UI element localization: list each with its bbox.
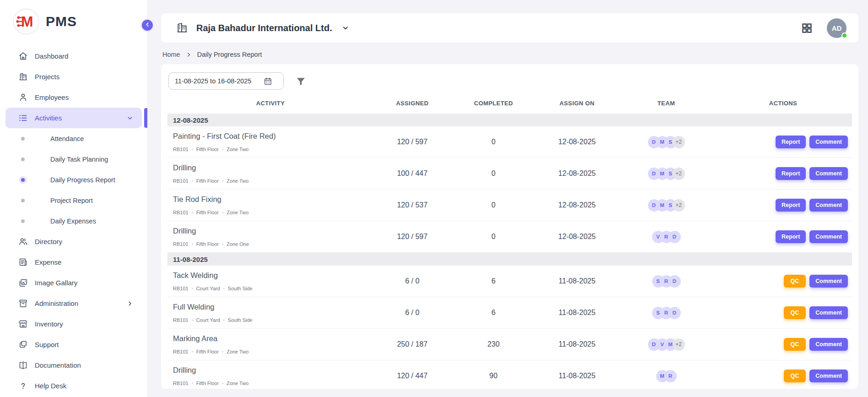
assign-on-date: 11-08-2025 — [536, 309, 618, 317]
comment-button[interactable]: Comment — [809, 306, 848, 319]
app-title: PMS — [46, 14, 77, 29]
sidebar-subitem-daily-progress-report[interactable]: Daily Progress Report — [0, 169, 147, 190]
breadcrumb-home[interactable]: Home — [162, 51, 180, 58]
date-range-picker[interactable] — [168, 72, 284, 90]
location-segment: RB101 — [173, 178, 189, 184]
qc-button[interactable]: QC — [784, 370, 806, 382]
comment-button[interactable]: Comment — [809, 275, 848, 288]
location-segment: RB101 — [173, 286, 189, 291]
qc-button[interactable]: QC — [784, 275, 806, 288]
sidebar-subitem-daily-task-planning[interactable]: Daily Task Planning — [0, 149, 147, 169]
sidebar-subitem-label: Project Report — [50, 197, 93, 204]
chevron-separator: › — [192, 381, 193, 386]
sidebar-item-label: Help Desk — [35, 382, 66, 390]
activity-cell: DrillingRB101›Fifth Floor›Zone Two — [167, 163, 373, 184]
activity-location: RB101›Fifth Floor›Zone One — [173, 241, 373, 247]
activity-location: RB101›Fifth Floor›Zone Two — [173, 349, 373, 354]
breadcrumb-current: Daily Progress Report — [197, 51, 262, 58]
sidebar-item-directory[interactable]: Directory — [0, 231, 147, 252]
date-range-input[interactable] — [175, 77, 261, 85]
report-button[interactable]: Report — [776, 230, 806, 243]
sidebar-item-label: Projects — [35, 73, 59, 81]
report-button[interactable]: Report — [776, 199, 806, 212]
comment-button[interactable]: Comment — [809, 338, 848, 351]
sidebar-item-image-gallary[interactable]: Image Gallary — [0, 272, 147, 293]
chevron-right-icon — [186, 52, 192, 58]
sidebar-subitem-attendance[interactable]: Attendance — [0, 128, 147, 149]
completed-value: 90 — [451, 372, 536, 380]
table-row: DrillingRB101›Fifth Floor›Zone Two120 / … — [167, 360, 852, 389]
user-avatar[interactable]: AD — [827, 18, 846, 38]
team-avatars: SRD — [618, 275, 714, 288]
activity-title: Drilling — [173, 163, 373, 172]
completed-value: 6 — [451, 277, 536, 285]
sidebar-subitem-project-report[interactable]: Project Report — [0, 190, 147, 211]
apps-grid-icon[interactable] — [801, 22, 813, 34]
row-actions: QCComment — [714, 370, 852, 382]
chevron-down-icon — [341, 24, 350, 32]
comment-button[interactable]: Comment — [809, 136, 848, 148]
assigned-value: 120 / 597 — [373, 233, 451, 241]
chevron-left-icon — [144, 21, 151, 30]
table-row: Marking AreaRB101›Fifth Floor›Zone Two25… — [167, 329, 852, 360]
completed-value: 230 — [451, 340, 536, 348]
sidebar-item-administration[interactable]: Administration — [0, 293, 147, 314]
report-button[interactable]: Report — [776, 136, 806, 148]
sidebar-subitem-label: Attendance — [50, 135, 84, 142]
filter-funnel-icon[interactable] — [296, 76, 306, 87]
location-segment: Court Yard — [196, 286, 220, 291]
sidebar-item-help-desk[interactable]: Help Desk — [0, 375, 147, 396]
qc-button[interactable]: QC — [784, 338, 806, 351]
svg-text:M: M — [21, 13, 33, 30]
team-avatars: MR — [618, 370, 714, 382]
activity-title: Drilling — [173, 366, 373, 375]
sidebar-item-label: Documentation — [35, 361, 81, 369]
comment-button[interactable]: Comment — [809, 199, 848, 212]
location-segment: RB101 — [173, 349, 189, 354]
sidebar-item-documentation[interactable]: Documentation — [0, 355, 147, 375]
location-segment: Zone Two — [226, 381, 248, 386]
report-button[interactable]: Report — [776, 167, 806, 180]
location-segment: RB101 — [173, 210, 189, 215]
chevron-separator: › — [192, 286, 193, 291]
location-segment: RB101 — [173, 241, 189, 247]
sidebar-collapse-button[interactable] — [140, 18, 154, 32]
team-member-badge: D — [669, 231, 681, 243]
activity-title: Painting - First Coat (Fire Red) — [173, 132, 373, 141]
team-extra-badge: +2 — [673, 136, 685, 148]
sidebar: M PMS DashboardProjectsEmployeesActiviti… — [0, 0, 148, 397]
sidebar-subitem-daily-expenses[interactable]: Daily Expenses — [0, 211, 147, 231]
chevron-separator: › — [192, 210, 193, 215]
activity-cell: Tack WeldingRB101›Court Yard›South Side — [167, 271, 373, 291]
chevron-separator: › — [223, 318, 225, 322]
header-right: AD — [801, 18, 846, 38]
qc-button[interactable]: QC — [784, 306, 806, 319]
sidebar-item-support[interactable]: Support — [0, 334, 147, 355]
date-group-header: 11-08-2025 — [167, 253, 852, 266]
sidebar-item-label: Administration — [35, 299, 78, 307]
team-extra-badge: +2 — [673, 338, 685, 351]
sidebar-item-expense[interactable]: Expense — [0, 252, 147, 272]
sidebar-item-employees[interactable]: Employees — [0, 87, 147, 108]
sidebar-item-inventory[interactable]: Inventory — [0, 314, 147, 334]
progress-table: ACTIVITYASSIGNEDCOMPLETEDASSIGN ONTEAMAC… — [167, 100, 852, 389]
team-member-badge: R — [664, 370, 677, 382]
assigned-value: 100 / 447 — [373, 169, 451, 178]
comment-button[interactable]: Comment — [809, 370, 848, 382]
sidebar-item-activities[interactable]: Activities — [5, 108, 142, 128]
sidebar-item-label: Support — [35, 341, 59, 348]
comment-button[interactable]: Comment — [809, 230, 848, 243]
team-extra-badge: +2 — [673, 168, 685, 180]
location-segment: Zone One — [226, 241, 249, 247]
activity-location: RB101›Fifth Floor›Zone Two — [173, 210, 373, 215]
completed-value: 6 — [451, 309, 536, 317]
location-segment: Fifth Floor — [196, 178, 219, 184]
sidebar-item-label: Directory — [35, 238, 62, 245]
company-selector[interactable]: Raja Bahadur International Ltd. — [176, 22, 350, 34]
main-area: Raja Bahadur International Ltd. AD Home … — [148, 0, 868, 397]
building-icon — [18, 72, 28, 82]
sidebar-item-projects[interactable]: Projects — [0, 66, 147, 87]
comment-button[interactable]: Comment — [809, 167, 848, 180]
sidebar-item-dashboard[interactable]: Dashboard — [0, 46, 147, 66]
office-building-icon — [176, 22, 188, 34]
